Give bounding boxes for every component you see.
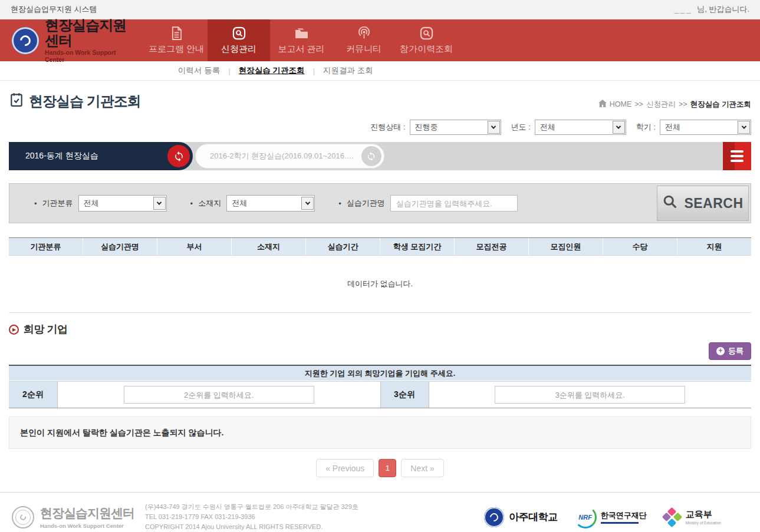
search-panel: 기관분류 전체 소재지 전체 실습기관명 SEARCH [9, 183, 751, 223]
moe-label: 교육부 [686, 509, 721, 520]
footer-emblem-icon [12, 506, 34, 528]
results-table: 기관분류 실습기관명 부서 소재지 실습기간 학생 모집기간 모집전공 모집인원… [9, 237, 751, 313]
wish-banner: 지원한 기업 외의 희망기업을 기입해 주세요. [9, 366, 751, 381]
status-select[interactable]: 진행중 [410, 120, 501, 135]
org-type-select[interactable]: 전체 [78, 195, 167, 212]
wish-section-header: 희망 기업 [9, 322, 751, 336]
column-header: 실습기관명 [83, 238, 157, 255]
moe-pinwheel-icon [663, 508, 681, 526]
footer-brand: 현장실습지원센터 Hands-on Work Support Center [12, 505, 134, 529]
year-filter-label: 년도 : [511, 122, 531, 133]
subnav-item-application-result[interactable]: 지원결과 조회 [323, 65, 373, 76]
region-label: 소재지 [198, 198, 221, 209]
sync-icon[interactable] [361, 146, 381, 166]
university-emblem-icon [12, 27, 39, 54]
ministry-of-education-logo: 교육부 Ministry of Education [663, 508, 721, 526]
chevron-down-icon[interactable] [153, 197, 166, 210]
subnav-item-org-search[interactable]: 현장실습 기관조회 [239, 65, 305, 76]
breadcrumb-home[interactable]: HOME [610, 100, 632, 108]
system-title: 현장실습업무지원 시스템 [11, 4, 97, 15]
ajou-label: 아주대학교 [509, 510, 558, 524]
footer-address-block: (우)443-749 경기도 수원시 영통구 월드컵로 206 아주대학교 팔달… [145, 502, 358, 532]
nav-label: 참가이력조회 [400, 44, 453, 55]
org-name-input[interactable] [390, 195, 518, 212]
nrf-emblem-icon: NRF [574, 506, 597, 528]
plus-circle-icon: + [716, 347, 725, 355]
hamburger-menu-button[interactable] [723, 142, 751, 170]
exclusion-note: 본인이 지원에서 탈락한 실습기관은 노출되지 않습니다. [9, 417, 751, 449]
brand-subtitle: Hands-on Work Support Center [45, 49, 137, 63]
region-select[interactable]: 전체 [226, 195, 315, 212]
current-page-button[interactable]: 1 [379, 459, 396, 477]
column-header: 실습기간 [306, 238, 380, 255]
nav-item-application-management[interactable]: 신청관리 [208, 19, 270, 61]
top-utility-bar: 현장실습업무지원 시스템 ___ 님, 반갑습니다. [0, 0, 760, 19]
main-header: 현장실습지원센터 Hands-on Work Support Center 프로… [0, 19, 760, 61]
previous-page-button[interactable]: « Previous [316, 459, 374, 477]
footer-address: (우)443-749 경기도 수원시 영통구 월드컵로 206 아주대학교 팔달… [145, 502, 358, 512]
home-icon [598, 100, 607, 109]
moe-sublabel: Ministry of Education [686, 521, 721, 525]
program-tab-bar: 2016-동계 현장실습 2016-2학기 현장실습(2016.09.01~20… [9, 142, 751, 170]
breadcrumb: HOME >> 신청관리 >> 현장실습 기관조회 [598, 100, 751, 110]
rank2-input[interactable] [124, 386, 314, 404]
nrf-logo: NRF 한국연구재단 [574, 506, 647, 528]
sync-icon[interactable] [167, 145, 190, 167]
org-name-field: 실습기관명 [338, 195, 518, 212]
main-nav: 프로그램 안내 신청관리 보고서 관리 커뮤니티 참가이력조회 [145, 19, 458, 61]
hamburger-icon [731, 150, 743, 153]
org-name-label: 실습기관명 [347, 198, 385, 209]
term-select[interactable]: 전체 [660, 120, 751, 135]
year-select[interactable]: 전체 [535, 120, 626, 135]
column-header: 모집전공 [455, 238, 529, 255]
next-page-button[interactable]: Next » [401, 459, 443, 477]
nav-item-participation-history[interactable]: 참가이력조회 [395, 19, 458, 61]
rank3-label: 3순위 [380, 382, 429, 408]
brand-logo[interactable]: 현장실습지원센터 Hands-on Work Support Center [0, 19, 137, 61]
nav-label: 보고서 관리 [278, 44, 324, 55]
chevron-down-icon[interactable] [738, 121, 750, 134]
rank3-input[interactable] [495, 386, 685, 404]
partner-logos: 아주대학교 NRF 한국연구재단 교육부 Ministry of Educati… [484, 506, 721, 528]
footer-brand-subtitle: Hands-on Work Support Center [40, 523, 134, 529]
rank3-cell [429, 382, 752, 408]
footer-brand-title: 현장실습지원센터 [40, 505, 134, 521]
wish-section-title: 희망 기업 [24, 322, 68, 336]
folder-icon [294, 27, 309, 41]
org-type-field: 기관분류 전체 [34, 195, 167, 212]
ajou-emblem-icon [484, 507, 504, 527]
program-tab-inactive[interactable]: 2016-2학기 현장실습(2016.09.01~2016.… [195, 144, 384, 168]
nav-item-report-management[interactable]: 보고서 관리 [270, 19, 333, 61]
column-header: 모집인원 [529, 238, 603, 255]
nav-label: 프로그램 안내 [149, 44, 204, 55]
program-tab-active[interactable]: 2016-동계 현장실습 [9, 142, 193, 170]
register-button[interactable]: + 등록 [709, 342, 751, 360]
clipboard-check-icon [9, 92, 24, 111]
rank2-label: 2순위 [9, 382, 58, 408]
chevron-down-icon[interactable] [488, 121, 500, 134]
breadcrumb-current: 현장실습 기관조회 [690, 100, 751, 110]
status-filter-label: 진행상태 : [370, 122, 405, 133]
term-filter-label: 학기 : [636, 122, 656, 133]
column-header: 기관분류 [9, 238, 83, 255]
footer-tel-fax: TEL 031-219-1779 FAX 031-219-3936 [145, 512, 358, 522]
column-header: 학생 모집기간 [380, 238, 455, 255]
column-header: 부서 [157, 238, 232, 255]
subnav-item-resume[interactable]: 이력서 등록 [178, 65, 220, 76]
greeting-text: 님, 반갑습니다. [697, 5, 749, 14]
chevron-down-icon[interactable] [301, 197, 314, 210]
chevron-down-icon[interactable] [613, 121, 625, 134]
nav-item-program-guide[interactable]: 프로그램 안내 [145, 19, 208, 61]
rank2-cell [58, 382, 380, 408]
search-square-icon [232, 27, 246, 41]
search-button[interactable]: SEARCH [657, 186, 749, 221]
column-header: 소재지 [232, 238, 306, 255]
breadcrumb-mid[interactable]: 신청관리 [646, 100, 676, 110]
wish-table: 지원한 기업 외의 희망기업을 기입해 주세요. 2순위 3순위 [9, 365, 751, 408]
document-icon [171, 27, 182, 41]
subnav-separator: | [313, 67, 315, 75]
org-type-label: 기관분류 [42, 198, 73, 209]
pagination: « Previous 1 Next » [9, 459, 751, 477]
search-square-icon [420, 27, 433, 41]
nav-item-community[interactable]: 커뮤니티 [333, 19, 395, 61]
